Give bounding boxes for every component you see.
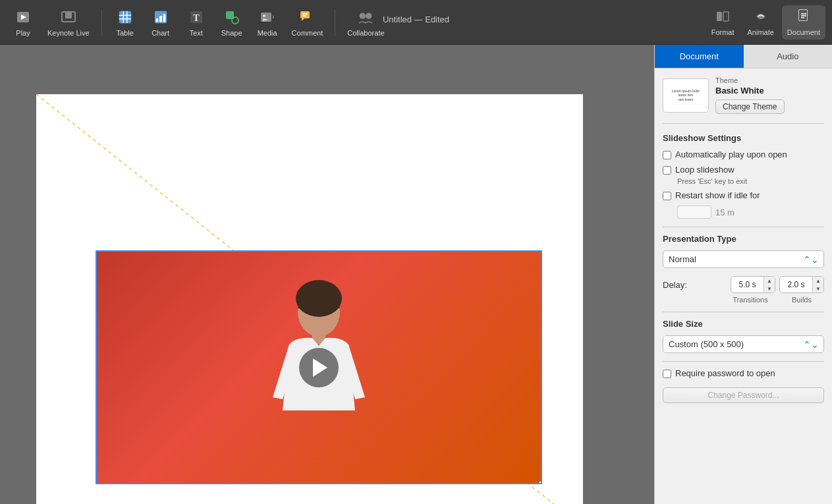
svg-rect-29 [723,12,729,21]
transitions-delay-down[interactable]: ▼ [764,285,775,293]
panel-body: Lorem Ipsum Dolorlorem remrem lorem Them… [655,69,832,411]
play-button[interactable]: Play [7,5,40,40]
slide-size-title: Slide Size [663,319,824,329]
main-content: w: 413 pt h: 218 pt Document Audio Lorem… [0,45,832,504]
document-icon [796,9,812,26]
slide-size-select[interactable]: Custom (500 x 500) [663,335,824,353]
video-element[interactable]: w: 413 pt h: 218 pt [96,250,542,484]
shape-icon [223,8,241,26]
builds-delay-arrows: ▲ ▼ [812,277,823,293]
divider-1 [663,227,824,227]
password-section: Require password to open Change Password… [663,368,824,403]
canvas-area[interactable]: w: 413 pt h: 218 pt [0,45,654,504]
table-icon [116,8,134,26]
auto-play-checkbox[interactable] [663,151,671,159]
shape-button[interactable]: Shape [215,5,248,40]
play-button-overlay[interactable] [299,348,339,387]
tab-audio[interactable]: Audio [744,45,833,68]
separator-2 [335,9,335,36]
comment-button[interactable]: Comment [287,5,329,40]
media-icon [258,8,277,26]
tab-document[interactable]: Document [655,45,744,68]
delay-label: Delay: [663,280,727,290]
change-password-button[interactable]: Change Password... [663,387,824,403]
keynote-live-button[interactable]: Keynote Live [42,5,95,40]
animate-icon [753,9,769,26]
right-panel: Document Audio Lorem Ipsum Dolorlorem re… [654,45,832,504]
divider-2 [663,312,824,312]
delay-label-row: Delay: 5.0 s ▲ ▼ 2.0 s ▲ ▼ [663,276,824,293]
svg-point-27 [366,13,372,18]
animate-button[interactable]: Animate [742,5,779,40]
slideshow-settings-title: Slideshow Settings [663,133,824,143]
delay-labels-row: Transitions Builds [663,296,824,304]
keynote-live-icon [59,8,78,26]
resize-handle[interactable] [539,481,542,484]
text-icon: T [187,8,206,26]
svg-rect-22 [300,11,310,18]
svg-rect-13 [163,14,165,22]
auto-play-row: Automatically play upon open [663,150,824,159]
transitions-delay-stepper[interactable]: 5.0 s ▲ ▼ [731,276,775,293]
theme-name: Basic White [715,86,824,96]
builds-delay-stepper[interactable]: 2.0 s ▲ ▼ [779,276,824,293]
restart-idle-checkbox[interactable] [663,192,671,200]
loop-subtext: Press 'Esc' key to exit [677,177,824,185]
format-button[interactable]: Format [706,5,740,40]
transitions-label: Transitions [728,296,773,304]
idle-time-input[interactable] [677,206,711,219]
chart-icon [152,8,170,26]
slide-size-select-wrapper: Custom (500 x 500) ⌃⌄ [663,335,824,353]
document-button[interactable]: Document [782,5,825,40]
presentation-type-section: Presentation Type Normal ⌃⌄ [663,234,824,268]
theme-info: Theme Basic White Change Theme [715,76,824,114]
collaborate-icon [356,8,375,26]
svg-point-17 [232,17,238,24]
svg-text:T: T [193,13,200,23]
svg-rect-11 [155,18,158,22]
play-icon [14,8,32,26]
text-button[interactable]: T Text [180,5,213,40]
builds-delay-down[interactable]: ▼ [813,285,823,293]
svg-marker-23 [302,18,304,21]
builds-delay-value: 2.0 s [780,279,812,291]
svg-marker-19 [273,15,274,19]
builds-label: Builds [779,296,824,304]
transitions-delay-value: 5.0 s [731,279,763,291]
theme-thumbnail: Lorem Ipsum Dolorlorem remrem lorem [663,78,709,113]
slide-canvas[interactable]: w: 413 pt h: 218 pt [36,94,583,504]
idle-time-row: 15 m [677,206,824,219]
table-button[interactable]: Table [109,5,142,40]
media-button[interactable]: Media [251,5,284,40]
separator-1 [101,9,102,36]
svg-point-20 [263,14,265,17]
title-bar: Play Keynote Live [0,0,832,45]
video-background [97,252,541,483]
change-theme-button[interactable]: Change Theme [715,99,785,114]
comment-icon [298,8,316,26]
builds-delay-up[interactable]: ▲ [813,277,823,285]
transitions-delay-arrows: ▲ ▼ [763,277,775,293]
theme-label: Theme [715,76,824,84]
slide-size-section: Slide Size Custom (500 x 500) ⌃⌄ [663,319,824,353]
loop-slideshow-row: Loop slideshow [663,165,824,175]
pres-type-select[interactable]: Normal [663,250,824,268]
panel-tabs: Document Audio [655,45,832,69]
idle-value-display: 15 m [715,208,735,217]
svg-rect-4 [67,21,70,22]
svg-rect-28 [717,12,722,21]
loop-slideshow-checkbox[interactable] [663,166,671,175]
divider-3 [663,361,824,362]
svg-rect-18 [261,13,271,22]
require-password-row: Require password to open [663,368,824,378]
chart-button[interactable]: Chart [144,5,177,40]
restart-idle-row: Restart show if idle for [663,190,824,200]
theme-section: Lorem Ipsum Dolorlorem remrem lorem Them… [663,76,824,124]
window-title: Untitled — Edited [383,14,449,24]
svg-point-26 [360,13,366,18]
require-password-checkbox[interactable] [663,370,671,378]
pres-type-select-wrapper: Normal ⌃⌄ [663,250,824,268]
svg-rect-12 [159,16,162,22]
svg-rect-3 [65,13,72,18]
transitions-delay-up[interactable]: ▲ [764,277,775,285]
